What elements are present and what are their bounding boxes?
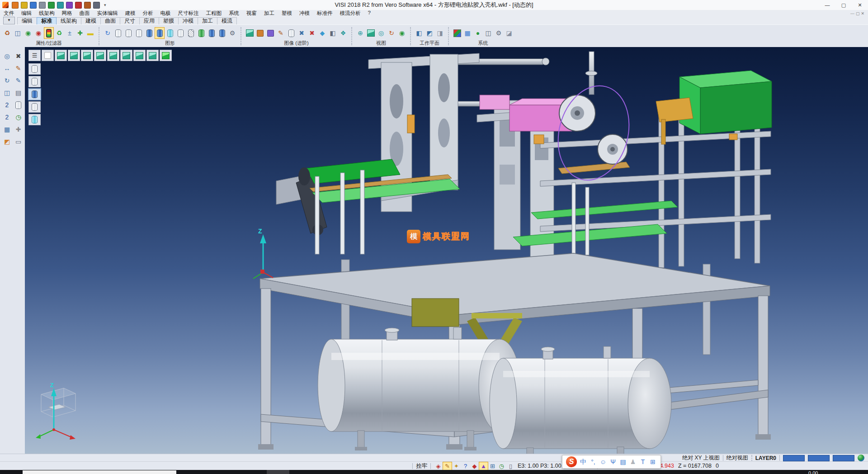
viewport-menu-icon[interactable]: ☰ bbox=[28, 50, 41, 61]
shaded-cylinder-icon[interactable] bbox=[145, 28, 154, 38]
menu-item-17[interactable]: 模流分析 bbox=[336, 10, 364, 17]
workplane-auto-icon[interactable]: ◩ bbox=[425, 28, 434, 38]
layer-color-swatch[interactable] bbox=[808, 455, 830, 461]
palette-icon[interactable]: ◩ bbox=[1, 136, 13, 147]
ime-keyboard-icon[interactable]: ▤ bbox=[619, 457, 627, 467]
timer-icon[interactable]: ◷ bbox=[497, 462, 506, 470]
filter-traffic-light-icon[interactable] bbox=[44, 28, 53, 38]
tab-10[interactable]: 模流 bbox=[217, 17, 237, 24]
dimension-icon[interactable]: 2 bbox=[1, 100, 13, 110]
system-plane-icon[interactable]: ◪ bbox=[505, 28, 514, 38]
layer-color-swatch[interactable] bbox=[783, 455, 805, 461]
menu-item-2[interactable]: 线架构 bbox=[35, 10, 58, 17]
help-icon[interactable]: ? bbox=[461, 462, 470, 470]
tab-9[interactable]: 加工 bbox=[198, 17, 217, 24]
render-edit-icon[interactable]: ✎ bbox=[276, 28, 285, 38]
package-icon[interactable]: ◆ bbox=[470, 462, 479, 470]
view-front-icon[interactable] bbox=[68, 50, 80, 61]
display-shaded-icon[interactable] bbox=[28, 89, 41, 100]
copy-properties-icon[interactable]: ◫ bbox=[13, 28, 22, 38]
ime-person-icon[interactable]: ♟ bbox=[629, 457, 637, 467]
tab-0[interactable]: 编辑 bbox=[17, 17, 37, 24]
pan-icon[interactable]: ✚ bbox=[13, 124, 24, 135]
workplane-status[interactable]: 绝对 XY 上视图 bbox=[682, 454, 719, 462]
tab-3[interactable]: 建模 bbox=[81, 17, 101, 24]
system-globe-icon[interactable]: ● bbox=[473, 28, 482, 38]
key-icon[interactable]: ✦ bbox=[452, 462, 461, 470]
list-icon[interactable]: ▤ bbox=[13, 87, 24, 98]
annotate-icon[interactable]: ✎ bbox=[13, 75, 24, 86]
snap-lock-label[interactable]: 拴牢 bbox=[416, 462, 427, 470]
menu-item-15[interactable]: 冲模 bbox=[296, 10, 313, 17]
mirror-icon[interactable]: ◫ bbox=[1, 87, 13, 98]
child-minimize-button[interactable]: — bbox=[850, 11, 854, 16]
edit-icon[interactable]: ✎ bbox=[13, 63, 24, 74]
capture-icon[interactable] bbox=[83, 0, 92, 10]
tab-8[interactable]: 冲模 bbox=[178, 17, 198, 24]
tab-7[interactable]: 塑膜 bbox=[159, 17, 179, 24]
ime-punctuation-icon[interactable]: °, bbox=[589, 457, 597, 467]
zoom-fit-icon[interactable] bbox=[65, 0, 74, 10]
layer-color-swatch[interactable] bbox=[833, 455, 854, 461]
save-file-icon[interactable] bbox=[28, 0, 38, 10]
filter-trash-icon[interactable]: ♻ bbox=[3, 28, 12, 38]
globe-icon[interactable] bbox=[858, 455, 864, 461]
select-icon[interactable]: ◎ bbox=[1, 51, 13, 62]
viewport-blank-icon[interactable] bbox=[42, 50, 54, 61]
menu-item-0[interactable]: 文件 bbox=[0, 10, 18, 17]
view-right-icon[interactable] bbox=[107, 50, 119, 61]
menu-item-9[interactable]: 尺寸标注 bbox=[175, 10, 203, 17]
rotate-icon[interactable]: ↻ bbox=[1, 75, 13, 86]
tab-2[interactable]: 线架构 bbox=[56, 17, 81, 24]
material-icon[interactable] bbox=[255, 28, 264, 38]
shadow-icon[interactable]: ◧ bbox=[328, 28, 337, 38]
workplane-xy-icon[interactable]: ◧ bbox=[415, 28, 424, 38]
layer-colors-icon[interactable] bbox=[453, 28, 462, 38]
wireframe-cylinder-icon[interactable] bbox=[113, 28, 123, 38]
advanced-render-icon[interactable]: ❖ bbox=[339, 28, 348, 38]
display-wireframe-icon[interactable] bbox=[28, 63, 41, 75]
hatch-cylinder-icon[interactable] bbox=[186, 28, 195, 38]
show-all-icon[interactable]: ✚ bbox=[75, 28, 85, 38]
view-iso-icon[interactable] bbox=[55, 50, 67, 61]
shaded-edges-cylinder-icon[interactable] bbox=[155, 28, 164, 38]
view-cube-icon[interactable] bbox=[366, 28, 375, 38]
light-icon[interactable]: ◆ bbox=[318, 28, 327, 38]
sogou-logo-icon[interactable]: S bbox=[566, 456, 577, 467]
grid-icon[interactable]: ▦ bbox=[1, 124, 13, 135]
menu-item-10[interactable]: 工程图 bbox=[203, 10, 226, 17]
menu-item-12[interactable]: 视窗 bbox=[243, 10, 260, 17]
display-edges-icon[interactable] bbox=[28, 101, 41, 113]
view-axon-icon[interactable] bbox=[146, 50, 159, 61]
system-monitor-icon[interactable]: ▦ bbox=[463, 28, 472, 38]
menu-item-5[interactable]: 实体编辑 bbox=[94, 10, 122, 17]
dashed-hidden-cylinder-icon[interactable] bbox=[134, 28, 143, 38]
solid-tool-icon[interactable] bbox=[13, 100, 24, 110]
display-hidden-icon[interactable] bbox=[28, 76, 41, 87]
image-cube-icon[interactable] bbox=[245, 28, 254, 38]
menu-item-7[interactable]: 分析 bbox=[139, 10, 157, 17]
arrow-cylinder-icon[interactable] bbox=[217, 28, 226, 38]
workplane-indicator-icon[interactable]: ▲ bbox=[479, 462, 488, 470]
duplicate-icon[interactable]: 2 bbox=[1, 112, 13, 123]
ime-voice-icon[interactable]: Ψ bbox=[609, 457, 617, 467]
ime-toolbox-icon[interactable]: ⊞ bbox=[649, 457, 657, 467]
tab-dropdown-button[interactable]: ▼ bbox=[3, 17, 15, 24]
regenerate-icon[interactable]: ♻ bbox=[55, 28, 64, 38]
history-icon[interactable]: ◷ bbox=[13, 112, 24, 123]
minimize-button[interactable]: — bbox=[819, 0, 835, 10]
menu-item-13[interactable]: 加工 bbox=[260, 10, 278, 17]
machine-model[interactable]: Z Z bbox=[25, 47, 868, 454]
menu-item-11[interactable]: 系统 bbox=[225, 10, 243, 17]
active-layer[interactable]: LAYER0 bbox=[755, 455, 776, 461]
workplane-off-icon[interactable]: ◨ bbox=[435, 28, 444, 38]
tab-4[interactable]: 曲面 bbox=[100, 17, 120, 24]
new-file-icon[interactable] bbox=[10, 0, 19, 10]
hidden-line-cylinder-icon[interactable] bbox=[124, 28, 133, 38]
display-tools-icon[interactable]: ⚙ bbox=[228, 28, 237, 38]
menu-item-1[interactable]: 编辑 bbox=[18, 10, 35, 17]
remove-red-icon[interactable]: ✖ bbox=[307, 28, 316, 38]
qat-caret-icon[interactable]: ▾ bbox=[103, 3, 108, 7]
undo-icon[interactable] bbox=[47, 0, 56, 10]
show-add-icon[interactable]: ◉ bbox=[24, 28, 33, 38]
